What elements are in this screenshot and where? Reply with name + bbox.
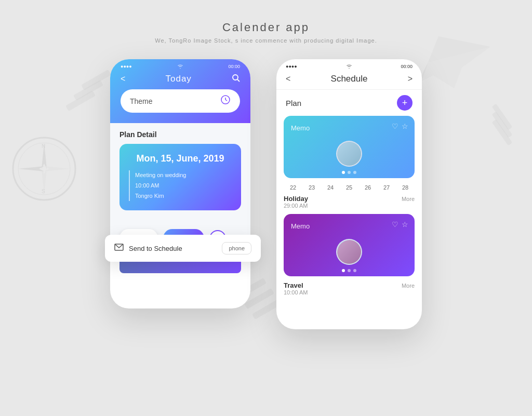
decorative-compass: N S: [10, 135, 78, 203]
cal-day: 25: [341, 184, 357, 191]
phone2: ●●●● 00:00 < Schedule > Plan + Memo: [276, 59, 422, 329]
avatar-image-purple: [337, 240, 362, 265]
signal-dots: ●●●●: [286, 64, 297, 69]
plan-card: Mon, 15, June, 2019 Meeting on wedding 1…: [119, 144, 241, 210]
battery-time: 00:00: [228, 64, 240, 69]
plan-meeting: Meeting on wedding: [135, 170, 232, 181]
plan-date: Mon, 15, June, 2019: [129, 153, 232, 164]
dot: [353, 269, 356, 272]
phone1-header: ●●●● 00:00 < Today: [110, 59, 250, 123]
theme-label: Theme: [130, 97, 153, 105]
memo-dots-blue: [342, 171, 356, 174]
svg-marker-5: [44, 166, 70, 171]
phone1-wrapper: ●●●● 00:00 < Today: [110, 59, 256, 308]
dot: [342, 171, 345, 174]
wifi-icon: [346, 63, 352, 70]
event1-time: 29:00 AM: [276, 203, 422, 214]
right-decorative-stripes: [488, 114, 516, 138]
mail-icon: [114, 244, 124, 253]
back-button[interactable]: <: [286, 74, 290, 84]
add-plan-button[interactable]: +: [397, 95, 413, 111]
svg-text:S: S: [42, 189, 45, 194]
memo-dots-purple: [342, 269, 356, 272]
back-button[interactable]: <: [121, 74, 125, 84]
plan-row-title: Plan: [286, 99, 301, 108]
event2-name: Travel: [284, 281, 303, 289]
phone2-nav: < Schedule >: [276, 72, 422, 90]
phone1: ●●●● 00:00 < Today: [110, 59, 250, 308]
signal-dots: ●●●●: [121, 64, 132, 69]
dot: [342, 269, 345, 272]
clock-icon: [220, 95, 231, 108]
svg-line-12: [225, 100, 227, 101]
dot: [348, 269, 351, 272]
cal-day: 24: [323, 184, 338, 191]
calendar-row: 22 23 24 25 26 27 28: [276, 181, 422, 193]
svg-text:N: N: [42, 143, 45, 149]
page-title: Calender app: [155, 21, 377, 34]
phone-badge[interactable]: phone: [222, 242, 251, 254]
phone2-title: Schedule: [331, 74, 368, 84]
send-popup-text: Send to Schedule: [129, 245, 182, 252]
event2-more[interactable]: More: [402, 283, 415, 289]
battery-time: 00:00: [401, 64, 413, 69]
plan-detail-title: Plan Detail: [119, 130, 241, 139]
memo-card-icons-blue: ♡ ☆: [392, 122, 408, 130]
event2-row: Travel More: [276, 279, 422, 289]
heart-icon-blue[interactable]: ♡: [392, 122, 398, 130]
star-icon-blue[interactable]: ☆: [402, 122, 408, 130]
wifi-icon: [177, 63, 183, 70]
page-header: Calender app We, TongRo Image Stock, s i…: [155, 21, 377, 44]
plan-row: Plan +: [276, 90, 422, 116]
memo-card-icons-purple: ♡ ☆: [392, 220, 408, 229]
dot: [353, 171, 356, 174]
memo-avatar-blue: [336, 141, 362, 167]
event1-row: Holiday More: [276, 193, 422, 203]
send-popup-left: Send to Schedule: [114, 244, 182, 253]
send-popup: Send to Schedule phone: [105, 235, 261, 262]
memo-card-blue: Memo ♡ ☆: [284, 116, 415, 178]
star-icon-purple[interactable]: ☆: [402, 220, 408, 229]
plan-time: 10:00 AM: [135, 181, 232, 191]
plan-divider: Meeting on wedding 10:00 AM Tongro Kim: [129, 170, 232, 201]
phone1-title: Today: [165, 74, 191, 84]
phone1-status-bar: ●●●● 00:00: [110, 59, 250, 72]
memo-card-purple: Memo ♡ ☆: [284, 214, 415, 276]
event1-more[interactable]: More: [402, 196, 415, 202]
phone1-nav: < Today: [110, 72, 250, 89]
plan-person: Tongro Kim: [135, 191, 232, 202]
memo-avatar-purple: [336, 239, 362, 265]
forward-button[interactable]: >: [408, 74, 413, 84]
theme-bar[interactable]: Theme: [121, 89, 240, 113]
memo-label-purple: Memo: [291, 222, 310, 230]
cal-day: 27: [379, 184, 394, 191]
phones-container: ●●●● 00:00 < Today: [110, 59, 422, 329]
search-icon[interactable]: [232, 74, 240, 84]
phone1-body: Plan Detail Mon, 15, June, 2019 Meeting …: [110, 123, 250, 225]
phone2-status-bar: ●●●● 00:00: [276, 59, 422, 72]
heart-icon-purple[interactable]: ♡: [392, 220, 398, 229]
cal-day: 26: [360, 184, 376, 191]
dot: [348, 171, 351, 174]
memo-label-blue: Memo: [291, 124, 310, 132]
svg-marker-4: [18, 166, 44, 171]
svg-point-8: [233, 75, 238, 80]
svg-line-9: [237, 79, 240, 82]
cal-day: 28: [397, 184, 413, 191]
cal-day: 23: [304, 184, 320, 191]
cal-day: 22: [285, 184, 301, 191]
event1-name: Holiday: [284, 195, 308, 203]
avatar-image-blue: [337, 142, 362, 167]
event2-time: 10:00 AM: [276, 289, 422, 301]
page-subtitle: We, TongRo Image Stock, s ince commence …: [155, 37, 377, 44]
